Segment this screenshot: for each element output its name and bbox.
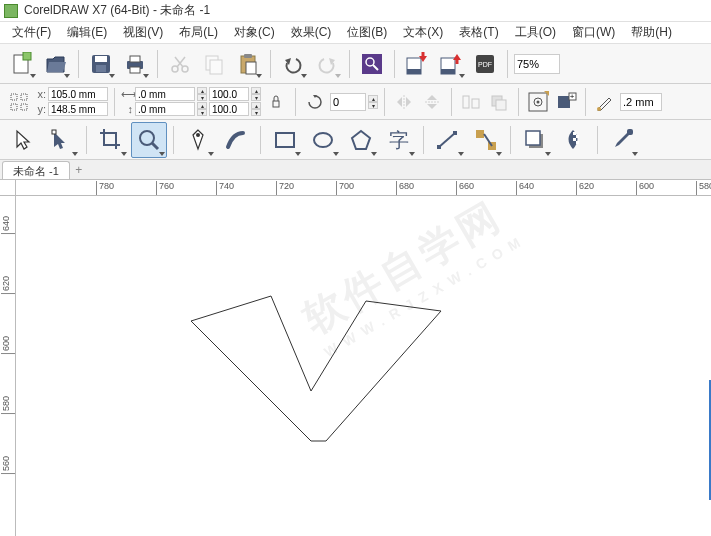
standard-toolbar: PDF <box>0 44 711 84</box>
separator <box>585 88 586 116</box>
chevron-down-icon <box>371 152 377 156</box>
lock-ratio-button[interactable] <box>263 89 289 115</box>
svg-marker-37 <box>397 97 402 107</box>
zoom-level-select[interactable] <box>514 54 560 74</box>
ruler-tick: 600 <box>1 336 15 354</box>
svg-rect-31 <box>11 94 17 100</box>
toolbox: 字 <box>0 120 711 160</box>
treat-as-filled-button[interactable]: + <box>553 89 579 115</box>
import-button[interactable] <box>401 48 433 80</box>
page-orientation-icon[interactable] <box>6 89 32 115</box>
menu-bar: 文件(F) 编辑(E) 视图(V) 布局(L) 对象(C) 效果(C) 位图(B… <box>0 22 711 44</box>
undo-button[interactable] <box>277 48 309 80</box>
svg-text:字: 字 <box>389 129 409 151</box>
menu-layout[interactable]: 布局(L) <box>173 22 224 43</box>
separator <box>260 126 261 154</box>
mirror-h-button[interactable] <box>391 89 417 115</box>
export-button[interactable] <box>435 48 467 80</box>
scale-y-input[interactable] <box>209 102 249 116</box>
svg-rect-35 <box>273 101 279 107</box>
search-content-button[interactable] <box>356 48 388 80</box>
svg-text:PDF: PDF <box>478 61 492 68</box>
align-button[interactable] <box>458 89 484 115</box>
menu-effects[interactable]: 效果(C) <box>285 22 338 43</box>
pick-tool[interactable] <box>6 122 42 158</box>
drop-shadow-tool[interactable] <box>517 122 553 158</box>
save-button[interactable] <box>85 48 117 80</box>
drawn-shape[interactable] <box>16 196 711 536</box>
transparency-tool[interactable] <box>555 122 591 158</box>
copy-button[interactable] <box>198 48 230 80</box>
add-tab-button[interactable]: + <box>70 161 88 179</box>
svg-rect-72 <box>526 131 540 145</box>
height-icon: ↕ <box>121 103 133 115</box>
polygon-tool[interactable] <box>343 122 379 158</box>
chevron-down-icon <box>632 152 638 156</box>
menu-object[interactable]: 对象(C) <box>228 22 281 43</box>
menu-help[interactable]: 帮助(H) <box>625 22 678 43</box>
rotation-input[interactable] <box>330 93 366 111</box>
print-button[interactable] <box>119 48 151 80</box>
document-tab[interactable]: 未命名 -1 <box>2 161 70 179</box>
connector-tool[interactable] <box>468 122 504 158</box>
zoom-tool[interactable] <box>131 122 167 158</box>
rotation-spinner[interactable]: ▴▾ <box>368 95 378 109</box>
shape-tool[interactable] <box>44 122 80 158</box>
svg-marker-38 <box>406 97 411 107</box>
text-tool[interactable]: 字 <box>381 122 417 158</box>
separator <box>295 88 296 116</box>
publish-pdf-button[interactable]: PDF <box>469 48 501 80</box>
chevron-down-icon <box>545 152 551 156</box>
title-bar: CorelDRAW X7 (64-Bit) - 未命名 -1 <box>0 0 711 22</box>
menu-bitmap[interactable]: 位图(B) <box>341 22 393 43</box>
svg-marker-79 <box>191 296 441 441</box>
width-input[interactable] <box>135 87 195 101</box>
menu-file[interactable]: 文件(F) <box>6 22 57 43</box>
position-box: x: y: <box>34 87 108 116</box>
menu-table[interactable]: 表格(T) <box>453 22 504 43</box>
chevron-down-icon <box>459 74 465 78</box>
snap-pixels-button[interactable] <box>525 89 551 115</box>
separator <box>394 50 395 78</box>
ruler-horizontal[interactable]: 780 760 740 720 700 680 660 640 620 600 … <box>16 180 711 196</box>
menu-window[interactable]: 窗口(W) <box>566 22 621 43</box>
menu-edit[interactable]: 编辑(E) <box>61 22 113 43</box>
ellipse-tool[interactable] <box>305 122 341 158</box>
freehand-tool[interactable] <box>180 122 216 158</box>
x-position-input[interactable] <box>48 87 108 101</box>
scalex-spinner[interactable]: ▴▾ <box>251 87 261 101</box>
cut-button[interactable] <box>164 48 196 80</box>
ruler-vertical[interactable]: 640 620 600 580 560 <box>0 196 16 536</box>
open-button[interactable] <box>40 48 72 80</box>
svg-rect-67 <box>453 131 457 135</box>
height-spinner[interactable]: ▴▾ <box>197 102 207 116</box>
dimension-tool[interactable] <box>430 122 466 158</box>
chevron-down-icon <box>409 152 415 156</box>
separator <box>270 50 271 78</box>
width-icon: ⟷ <box>121 88 133 101</box>
redo-button[interactable] <box>311 48 343 80</box>
width-spinner[interactable]: ▴▾ <box>197 87 207 101</box>
ruler-tick: 640 <box>516 181 534 195</box>
artistic-media-tool[interactable] <box>218 122 254 158</box>
drawing-canvas[interactable]: 软件自学网 WWW.RJZXW.COM <box>16 196 711 536</box>
order-button[interactable] <box>486 89 512 115</box>
ruler-origin[interactable] <box>0 180 16 196</box>
y-position-input[interactable] <box>48 102 108 116</box>
outline-width-input[interactable] <box>620 93 662 111</box>
menu-tools[interactable]: 工具(O) <box>509 22 562 43</box>
svg-rect-32 <box>21 94 27 100</box>
menu-view[interactable]: 视图(V) <box>117 22 169 43</box>
height-input[interactable] <box>135 102 195 116</box>
svg-rect-5 <box>96 65 106 72</box>
scaley-spinner[interactable]: ▴▾ <box>251 102 261 116</box>
svg-rect-27 <box>441 69 455 74</box>
new-button[interactable] <box>6 48 38 80</box>
menu-text[interactable]: 文本(X) <box>397 22 449 43</box>
scale-x-input[interactable] <box>209 87 249 101</box>
eyedropper-tool[interactable] <box>604 122 640 158</box>
mirror-v-button[interactable] <box>419 89 445 115</box>
paste-button[interactable] <box>232 48 264 80</box>
rectangle-tool[interactable] <box>267 122 303 158</box>
crop-tool[interactable] <box>93 122 129 158</box>
